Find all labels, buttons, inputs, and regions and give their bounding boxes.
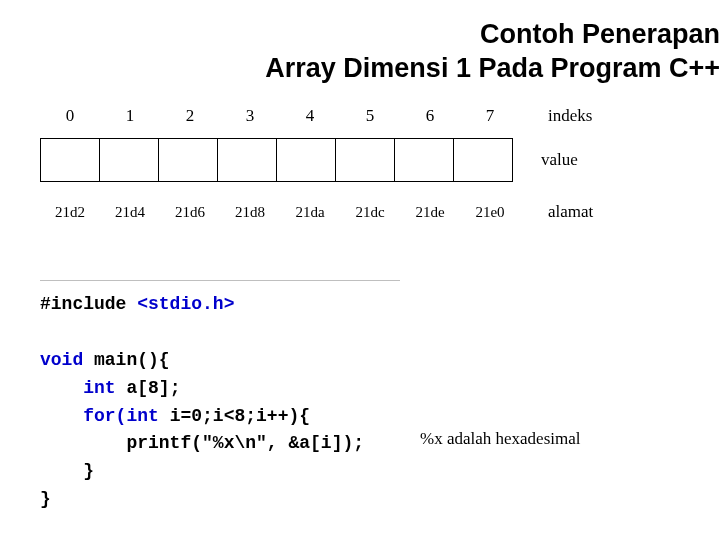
value-cell (453, 138, 513, 182)
value-cell (40, 138, 100, 182)
label-value: value (541, 150, 578, 170)
value-cell (99, 138, 159, 182)
code-line-5b: i=0;i<8;i++){ (170, 406, 310, 426)
address-cell: 21d4 (100, 204, 160, 221)
value-cell (394, 138, 454, 182)
value-cells (40, 138, 513, 182)
code-text: #include <stdio.h> void main(){ int a[8]… (40, 291, 680, 514)
title-line-1: Contoh Penerapan (480, 19, 720, 49)
code-block: #include <stdio.h> void main(){ int a[8]… (40, 280, 680, 514)
index-cell: 2 (160, 106, 220, 126)
value-cell (217, 138, 277, 182)
index-cell: 5 (340, 106, 400, 126)
address-cell: 21d8 (220, 204, 280, 221)
title-line-2: Array Dimensi 1 Pada Program C++ (265, 53, 720, 83)
index-cell: 3 (220, 106, 280, 126)
index-cell: 6 (400, 106, 460, 126)
value-cell (335, 138, 395, 182)
slide-title: Contoh Penerapan Array Dimensi 1 Pada Pr… (200, 18, 720, 86)
index-cell: 0 (40, 106, 100, 126)
address-cell: 21dc (340, 204, 400, 221)
code-line-8: } (40, 489, 51, 509)
code-line-4a: int (40, 378, 126, 398)
label-indeks: indeks (548, 106, 592, 126)
code-line-3b: main(){ (94, 350, 170, 370)
label-alamat: alamat (548, 202, 593, 222)
address-cell: 21d6 (160, 204, 220, 221)
slide: Contoh Penerapan Array Dimensi 1 Pada Pr… (0, 0, 720, 540)
address-cell: 21d2 (40, 204, 100, 221)
value-cell (276, 138, 336, 182)
address-cell: 21da (280, 204, 340, 221)
code-line-3a: void (40, 350, 94, 370)
code-line-4b: a[8]; (126, 378, 180, 398)
index-cell: 4 (280, 106, 340, 126)
value-row: value (40, 138, 680, 182)
index-row: 0 1 2 3 4 5 6 7 indeks (40, 100, 680, 132)
value-cell (158, 138, 218, 182)
hex-note: %x adalah hexadesimal (420, 426, 581, 452)
address-cell: 21de (400, 204, 460, 221)
index-cell: 7 (460, 106, 520, 126)
code-line-7: } (40, 461, 94, 481)
address-row: 21d2 21d4 21d6 21d8 21da 21dc 21de 21e0 … (40, 196, 680, 228)
code-divider (40, 280, 400, 281)
code-line-5a: for(int (40, 406, 170, 426)
index-cells: 0 1 2 3 4 5 6 7 (40, 106, 520, 126)
array-diagram: 0 1 2 3 4 5 6 7 indeks value (40, 100, 680, 228)
address-cell: 21e0 (460, 204, 520, 221)
code-line-1a: #include (40, 294, 137, 314)
code-line-6: printf("%x\n", &a[i]); (40, 433, 364, 453)
code-line-1b: <stdio.h> (137, 294, 234, 314)
index-cell: 1 (100, 106, 160, 126)
address-cells: 21d2 21d4 21d6 21d8 21da 21dc 21de 21e0 (40, 204, 520, 221)
